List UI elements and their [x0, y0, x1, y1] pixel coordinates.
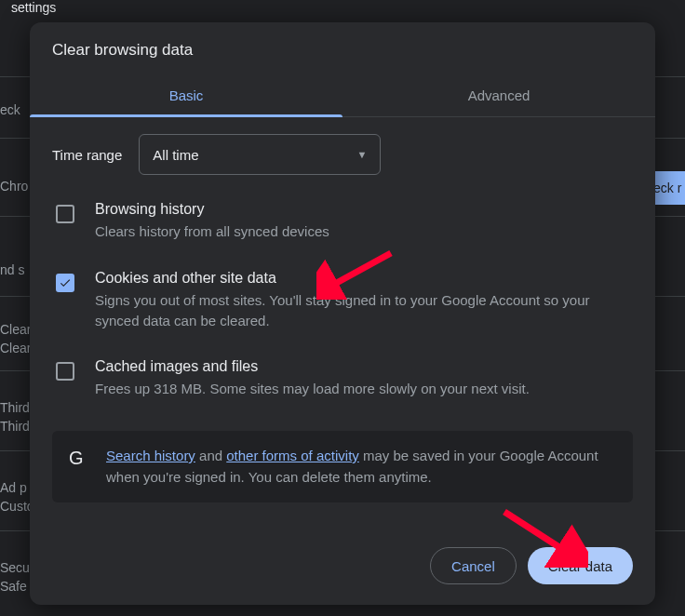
google-icon: G	[69, 448, 89, 468]
time-range-label: Time range	[52, 147, 122, 163]
time-range-row: Time range All time ▼	[52, 134, 633, 175]
tab-basic[interactable]: Basic	[30, 76, 342, 116]
google-account-info: G Search history and other forms of acti…	[52, 431, 633, 502]
bg-text: eck	[0, 102, 20, 117]
tab-advanced[interactable]: Advanced	[342, 76, 655, 116]
option-title: Cached images and files	[95, 358, 530, 375]
option-desc: Signs you out of most sites. You'll stay…	[95, 290, 633, 331]
checkbox-browsing-history[interactable]	[56, 205, 74, 223]
chevron-down-icon: ▼	[356, 149, 367, 160]
link-other-activity[interactable]: other forms of activity	[226, 448, 359, 463]
option-cookies: Cookies and other site data Signs you ou…	[52, 270, 633, 359]
link-search-history[interactable]: Search history	[106, 448, 195, 463]
option-title: Browsing history	[95, 201, 329, 218]
bg-text: Secu	[0, 560, 30, 575]
time-range-value: All time	[153, 147, 198, 163]
option-browsing-history: Browsing history Clears history from all…	[52, 201, 633, 270]
clear-browsing-data-dialog: Clear browsing data Basic Advanced Time …	[30, 22, 655, 605]
checkbox-cookies[interactable]	[56, 274, 74, 292]
bg-text: Safe	[0, 579, 27, 594]
bg-text: Clear	[0, 341, 31, 355]
bg-text: nd s	[0, 262, 24, 277]
bg-text: settings	[11, 0, 56, 15]
option-title: Cookies and other site data	[95, 270, 633, 287]
dialog-footer: Cancel Clear data	[30, 529, 655, 605]
info-text: Search history and other forms of activi…	[106, 446, 616, 488]
bg-text: Clear	[0, 322, 31, 337]
clear-data-button[interactable]: Clear data	[528, 547, 633, 584]
dialog-tabs: Basic Advanced	[30, 76, 655, 117]
option-desc: Clears history from all synced devices	[95, 221, 329, 242]
bg-text: Chro	[0, 179, 28, 194]
option-desc: Frees up 318 MB. Some sites may load mor…	[95, 379, 530, 399]
checkbox-cache[interactable]	[56, 362, 74, 381]
bg-text: Third	[0, 419, 30, 434]
bg-text: Third	[0, 400, 30, 415]
dialog-title: Clear browsing data	[30, 22, 655, 69]
time-range-select[interactable]: All time ▼	[139, 134, 381, 175]
option-cache: Cached images and files Frees up 318 MB.…	[52, 358, 633, 427]
bg-text: Ad p	[0, 480, 27, 495]
cancel-button[interactable]: Cancel	[430, 547, 517, 584]
